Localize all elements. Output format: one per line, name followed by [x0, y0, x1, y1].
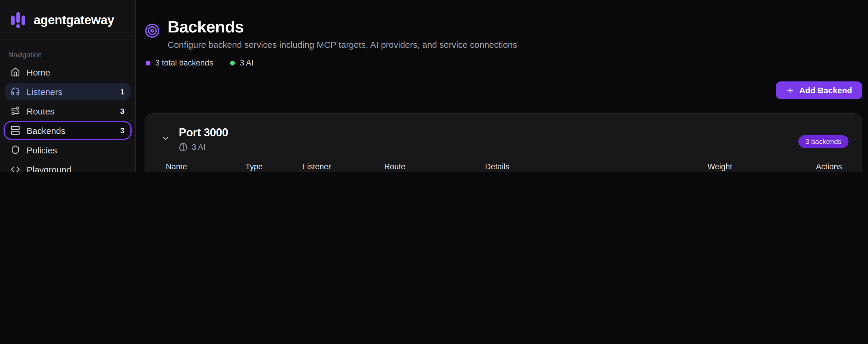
- brain-icon: [179, 143, 188, 152]
- sidebar-item-count: 3: [120, 126, 125, 135]
- target-icon: [145, 23, 160, 38]
- stat-total-backends: 3 total backends: [146, 58, 213, 67]
- shield-icon: [11, 145, 20, 155]
- page-title: Backends: [167, 18, 517, 37]
- stat-ai: 3 AI: [230, 58, 254, 67]
- stats-row: 3 total backends 3 AI: [146, 58, 862, 67]
- add-backend-button[interactable]: Add Backend: [776, 82, 862, 99]
- column-header-name: Name: [166, 162, 245, 171]
- sidebar-item-backends[interactable]: Backends3: [5, 122, 130, 139]
- sidebar-item-label: Policies: [27, 145, 57, 155]
- page-titles: Backends Configure backend services incl…: [167, 18, 517, 50]
- home-icon: [11, 67, 20, 77]
- code-icon: [11, 165, 20, 172]
- column-header-details: Details: [485, 162, 708, 171]
- stat-ai-label: 3 AI: [240, 58, 254, 67]
- card-titles: Port 3000 3 AI: [179, 126, 228, 152]
- sidebar-item-home[interactable]: Home: [5, 64, 130, 80]
- toolbar: Add Backend: [145, 82, 862, 99]
- add-backend-label: Add Backend: [799, 86, 852, 95]
- sidebar-item-routes[interactable]: Routes3: [5, 103, 130, 119]
- column-header-type: Type: [245, 162, 303, 171]
- main-content: Backends Configure backend services incl…: [136, 0, 868, 172]
- table-header-row: NameTypeListenerRouteDetailsWeightAction…: [166, 157, 847, 172]
- sidebar: agentgateway Navigation HomeListeners1Ro…: [0, 0, 136, 172]
- backends-table: NameTypeListenerRouteDetailsWeightAction…: [145, 157, 862, 172]
- sidebar-item-playground[interactable]: Playground: [5, 161, 130, 172]
- chevron-down-icon[interactable]: [161, 134, 170, 143]
- card-subtitle: 3 AI: [179, 143, 228, 152]
- card-title: Port 3000: [179, 126, 228, 139]
- port-card: Port 3000 3 AI 3 backends NameTypeLi: [145, 113, 862, 172]
- column-header-weight: Weight: [708, 162, 785, 171]
- agentgateway-logo-icon: [9, 11, 27, 29]
- nav-section-label: Navigation: [0, 51, 135, 59]
- sidebar-item-listeners[interactable]: Listeners1: [5, 83, 130, 100]
- brand-header[interactable]: agentgateway: [0, 0, 135, 40]
- brand-name: agentgateway: [34, 13, 114, 27]
- stat-total-backends-label: 3 total backends: [155, 58, 213, 67]
- column-header-listener: Listener: [303, 162, 384, 171]
- sidebar-item-label: Home: [27, 67, 50, 77]
- page-subtitle: Configure backend services including MCP…: [167, 39, 517, 50]
- route-icon: [11, 106, 20, 116]
- column-header-route: Route: [384, 162, 485, 171]
- sidebar-item-policies[interactable]: Policies: [5, 142, 130, 158]
- sidebar-item-label: Backends: [27, 125, 65, 135]
- sidebar-item-label: Playground: [27, 164, 71, 172]
- card-header: Port 3000 3 AI 3 backends: [145, 114, 862, 152]
- card-subtitle-label: 3 AI: [192, 143, 206, 152]
- plus-icon: [786, 86, 794, 94]
- backend-count-badge: 3 backends: [798, 135, 848, 148]
- server-icon: [11, 126, 20, 135]
- purple-dot-icon: [146, 61, 151, 65]
- headphones-icon: [11, 87, 20, 96]
- nav-list: HomeListeners1Routes3Backends3PoliciesPl…: [0, 64, 135, 172]
- green-dot-icon: [230, 61, 235, 65]
- sidebar-item-label: Routes: [27, 106, 55, 116]
- sidebar-item-count: 1: [120, 87, 125, 96]
- page-header: Backends Configure backend services incl…: [145, 18, 862, 50]
- sidebar-item-label: Listeners: [27, 87, 63, 96]
- sidebar-item-count: 3: [120, 106, 125, 115]
- column-header-actions: Actions: [785, 162, 847, 171]
- app-window: agentgateway Navigation HomeListeners1Ro…: [0, 0, 868, 172]
